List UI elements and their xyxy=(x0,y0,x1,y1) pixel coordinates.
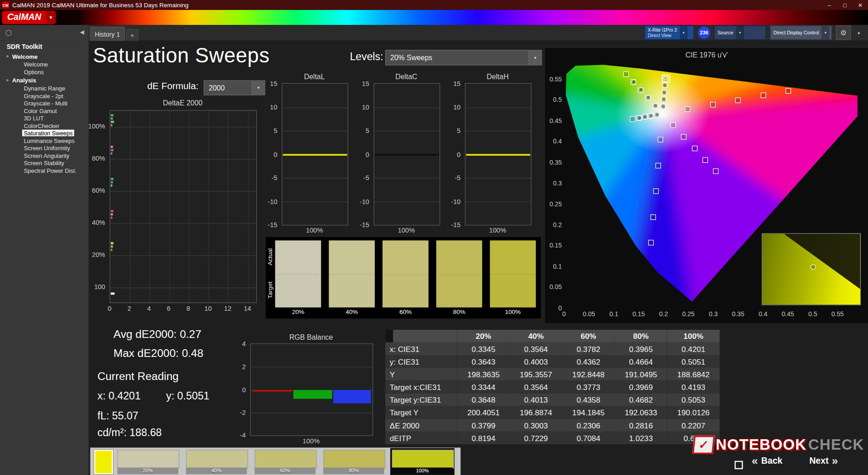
stop-icon[interactable] xyxy=(735,461,743,469)
sidebar-item-luminance-sweeps[interactable]: Luminance Sweeps xyxy=(0,137,89,145)
sidebar-item-screen-uniformity[interactable]: Screen Uniformity xyxy=(0,145,89,152)
cie-target-marker xyxy=(651,214,656,220)
calman-logo-text: CalMAN xyxy=(2,11,46,24)
table-cell: 0.5053 xyxy=(667,393,720,406)
gridline xyxy=(110,255,256,256)
sidebar-item-3d-lut[interactable]: 3D LUT xyxy=(0,114,89,122)
table-cell: 1.0233 xyxy=(615,432,667,444)
add-tab-button[interactable]: + xyxy=(126,29,138,41)
axis-tick-label: 0.45 xyxy=(780,311,796,318)
sidebar-item-welcome[interactable]: Welcome xyxy=(0,61,89,69)
axis-tick-label: 0 xyxy=(557,311,572,318)
rgb-balance-chart-title: RGB Balance xyxy=(250,333,372,341)
swatch-level-label: 20% xyxy=(275,309,321,315)
cie-measured-marker xyxy=(643,114,648,119)
axis-tick-label: 0.1 xyxy=(545,263,562,270)
sidebar-item-dynamic-range[interactable]: Dynamic Range xyxy=(0,85,89,92)
sidebar-section-welcome[interactable]: Welcome xyxy=(0,52,89,61)
table-row: y: CIE310.36430.40030.43620.46640.5051 xyxy=(385,355,720,368)
axis-tick-label: 0.25 xyxy=(545,200,562,207)
sidebar-item-screen-stability[interactable]: Screen Stability xyxy=(0,160,89,167)
axis-tick-label: 5 xyxy=(259,127,278,134)
spectrum-banner xyxy=(0,10,868,25)
minimize-button[interactable]: – xyxy=(821,0,837,10)
axis-tick-label: -10 xyxy=(259,198,278,205)
table-cell: 0.4193 xyxy=(667,380,720,393)
gear-icon[interactable]: ⚙ xyxy=(836,25,851,40)
patch-button-60[interactable]: 60% xyxy=(255,450,316,474)
axis-tick-label: 20% xyxy=(80,251,105,259)
back-button[interactable]: « Back xyxy=(752,456,783,466)
gridline xyxy=(110,223,256,223)
meter-dropdown[interactable]: X-Rite i1Pro 2 Direct View xyxy=(644,25,694,40)
deltaE-chart-title: DeltaE 2000 xyxy=(109,99,255,107)
cie-target-marker xyxy=(760,93,766,98)
tab-history-1[interactable]: History 1 xyxy=(90,27,125,41)
source-dropdown[interactable]: Source xyxy=(714,25,766,40)
sidebar-item-screen-angularity[interactable]: Screen Angularity xyxy=(0,152,89,160)
patch-button-80[interactable]: 80% xyxy=(323,450,384,474)
swatch-level-label: 100% xyxy=(490,309,536,315)
patch-button-40[interactable]: 40% xyxy=(186,450,247,474)
sidebar-item-grayscale-2pt[interactable]: Grayscale - 2pt xyxy=(0,92,89,100)
axis-tick-label: 10 xyxy=(259,103,278,111)
maximize-button[interactable]: □ xyxy=(837,0,852,10)
axis-tick-label: -4 xyxy=(227,432,246,439)
expand-panel-icon[interactable]: ▸ xyxy=(855,26,864,39)
sidebar-item-options[interactable]: Options xyxy=(0,68,89,76)
levels-dropdown[interactable]: 20% Sweeps xyxy=(385,50,542,65)
axis-tick-label: -10 xyxy=(442,198,461,205)
sidebar-item-grayscale-multi[interactable]: Grayscale - Multi xyxy=(0,100,89,107)
table-cell: 0.3344 xyxy=(457,380,509,393)
patch-button-100[interactable]: 100% xyxy=(392,450,453,474)
axis-tick-label: 0.5 xyxy=(805,311,821,318)
deltaL-x-label: 100% xyxy=(282,227,347,234)
meter-count-badge[interactable]: 236 xyxy=(698,27,710,39)
axis-tick-label: -5 xyxy=(259,174,278,181)
meter-name: X-Rite i1Pro 2 xyxy=(648,27,677,33)
de-formula-dropdown[interactable]: 2000 xyxy=(204,81,265,95)
deltaC-chart xyxy=(374,83,440,226)
table-header-row: 20%40%60%80%100% xyxy=(385,330,720,342)
sidebar-item-spectral-power-dist[interactable]: Spectral Power Dist. xyxy=(0,167,89,175)
sidebar-item-colorchecker[interactable]: ColorChecker xyxy=(0,122,89,130)
cie-measured-marker xyxy=(662,90,667,95)
axis-tick-label: 15 xyxy=(442,80,461,87)
current-x-value: x: 0.4201 xyxy=(98,390,141,402)
cie-zoom-inset[interactable] xyxy=(762,233,861,305)
de-mini-bar xyxy=(111,121,114,123)
watermark-text-notebook: NOTEBOOK xyxy=(716,436,807,453)
de-mini-bar xyxy=(111,152,113,155)
axis-tick-label: 0.3 xyxy=(706,311,721,318)
actual-swatch xyxy=(275,240,321,274)
calman-logo-button[interactable]: CalMAN ▼ xyxy=(2,11,56,24)
gridline xyxy=(466,178,531,178)
table-cell: 0.5051 xyxy=(667,355,720,368)
rgb-balance-chart xyxy=(250,343,373,436)
table-cell: 194.1845 xyxy=(562,406,615,419)
table-cell: 0.4358 xyxy=(562,393,615,406)
next-button[interactable]: Next » xyxy=(809,456,838,466)
patch-label: 40% xyxy=(186,467,247,474)
de-mini-bar xyxy=(111,114,113,116)
table-cell: 191.0495 xyxy=(615,368,667,380)
sidebar-section-analysis[interactable]: Analysis xyxy=(0,76,89,85)
patch-button-20[interactable]: 20% xyxy=(118,450,179,474)
display-control-dropdown[interactable]: Direct Display Control xyxy=(770,25,832,40)
collapse-sidebar-icon[interactable]: ◀ xyxy=(80,29,84,35)
current-patch-swatch[interactable] xyxy=(94,450,113,474)
sidebar-item-saturation-sweeps[interactable]: Saturation Sweeps xyxy=(0,130,89,138)
gridline xyxy=(251,413,373,413)
axis-tick-label: 100% xyxy=(80,123,105,130)
delta-data-line xyxy=(283,154,347,156)
table-cell: 0.7229 xyxy=(510,432,562,444)
sidebar-item-color-gamut[interactable]: Color Gamut xyxy=(0,107,89,115)
target-swatch xyxy=(275,274,321,308)
close-button[interactable]: ✕ xyxy=(853,0,868,10)
actual-swatch xyxy=(329,240,375,274)
page-title: Saturation Sweeps xyxy=(93,44,270,67)
de-mini-bar xyxy=(111,118,113,120)
row-label: Target Y xyxy=(385,406,457,419)
table-cell: 0.3782 xyxy=(562,342,615,355)
cie-target-marker xyxy=(653,189,658,194)
